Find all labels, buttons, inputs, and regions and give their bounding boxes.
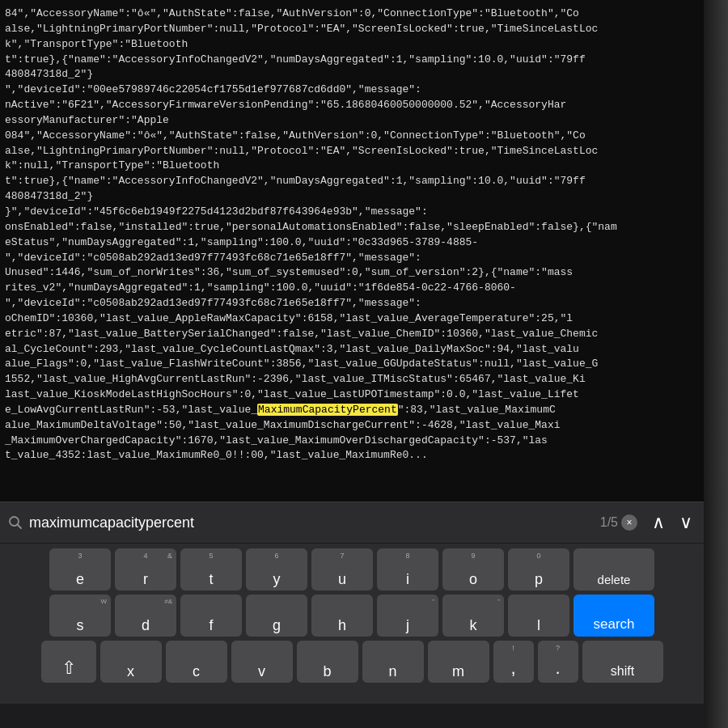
key-e[interactable]: 3 e <box>49 548 111 590</box>
log-line: t":true},{"name":"AccessoryInfoChangedV2… <box>5 53 699 68</box>
key-d[interactable]: #& d <box>115 595 176 637</box>
key-v[interactable]: v <box>231 641 293 683</box>
log-line: etric":87,"last_value_BatterySerialChang… <box>5 327 699 342</box>
log-line: }","deviceId":"45f6c6eb1949f2275d4123d2b… <box>5 205 699 220</box>
key-f[interactable]: f <box>180 595 242 637</box>
match-count: 1/5 × <box>600 514 637 531</box>
search-icon <box>8 515 23 530</box>
log-line: alse,"LightningPrimaryPortNumber":null,"… <box>5 22 699 37</box>
log-line: essoryManufacturer":"Apple <box>5 113 699 129</box>
highlighted-term: MaximumCapacityPercent <box>257 404 398 416</box>
log-line: t":true},{"name":"AccessoryInfoChangedV2… <box>5 174 699 189</box>
log-line: 480847318d_2"} <box>5 67 699 83</box>
search-next-button[interactable]: ∨ <box>676 512 696 533</box>
log-line: k":null,"TransportType":"Bluetooth <box>5 159 699 174</box>
key-b[interactable]: b <box>297 641 358 683</box>
key-g[interactable]: g <box>246 595 307 637</box>
right-edge-decoration <box>704 0 728 728</box>
key-o[interactable]: 9 o <box>442 548 504 590</box>
log-line: ","deviceId":"c0508ab292ad13ed97f77493fc… <box>5 296 699 311</box>
search-navigation: ∧ ∨ <box>649 512 696 533</box>
key-l[interactable]: l <box>508 595 569 637</box>
log-line: k","TransportType":"Bluetooth <box>5 37 699 53</box>
log-line: alue_Flags":0,"last_value_FlashWriteCoun… <box>5 357 699 372</box>
search-key[interactable]: search <box>574 595 654 637</box>
key-h[interactable]: h <box>311 595 373 637</box>
log-line: alse,"LightningPrimaryPortNumber":null,"… <box>5 144 699 159</box>
log-line: ","deviceId":"c0508ab292ad13ed97f77493fc… <box>5 251 699 266</box>
key-t[interactable]: 5 t <box>180 548 242 590</box>
log-line: eStatus","numDaysAggregated":1,"sampling… <box>5 235 699 251</box>
search-input[interactable] <box>29 514 594 531</box>
key-k[interactable]: " k <box>442 595 504 637</box>
key-y[interactable]: 6 y <box>246 548 307 590</box>
svg-line-1 <box>18 525 22 529</box>
log-line: nActive":"6F21","AccessoryFirmwareVersio… <box>5 98 699 113</box>
shift-key-right[interactable]: shift <box>582 641 663 683</box>
key-x[interactable]: x <box>100 641 162 683</box>
log-line: 84","AccessoryName":"ô«","AuthState":fal… <box>5 6 699 22</box>
log-line: al_CycleCount":293,"last_value_CycleCoun… <box>5 342 699 358</box>
log-line: t_value_4352:last_value_MaximumRe0_0!!:0… <box>5 448 699 463</box>
log-line: _MaximumOverChargedCapacity":1670,"last_… <box>5 434 699 449</box>
log-line: alue_MaximumDeltaVoltage":50,"last_value… <box>5 418 699 434</box>
key-comma[interactable]: ! , <box>493 641 534 683</box>
key-p[interactable]: 0 p <box>508 548 569 590</box>
log-line: Unused":1446,"sum_of_norWrites":36,"sum_… <box>5 265 699 281</box>
keyboard-row-4: ⇧ x c v b n m ! , ? . shift <box>3 641 700 683</box>
shift-key-left[interactable]: ⇧ <box>41 641 96 683</box>
log-line: 1552,"last_value_HighAvgCurrentLastRun":… <box>5 372 699 387</box>
key-c[interactable]: c <box>166 641 227 683</box>
log-line: last_value_KioskModeLastHighSocHours":0,… <box>5 387 699 403</box>
key-r[interactable]: 4 & r <box>115 548 176 590</box>
log-line: 084","AccessoryName":"ô«","AuthState":fa… <box>5 129 699 144</box>
log-line: onsEnabled":false,"installed":true,"pers… <box>5 220 699 235</box>
key-u[interactable]: 7 u <box>311 548 373 590</box>
key-s[interactable]: W s <box>49 595 111 637</box>
search-prev-button[interactable]: ∧ <box>649 512 668 533</box>
log-content-area: 84","AccessoryName":"ô«","AuthState":fal… <box>0 0 704 502</box>
key-i[interactable]: 8 i <box>377 548 438 590</box>
delete-key[interactable]: delete <box>574 548 654 590</box>
search-bar: 1/5 × ∧ ∨ <box>0 502 704 544</box>
keyboard: 3 e 4 & r 5 t 6 y 7 u 8 i 9 o 0 p <box>0 544 704 728</box>
key-j[interactable]: " j <box>377 595 438 637</box>
log-line: oChemID":10360,"last_value_AppleRawMaxCa… <box>5 311 699 327</box>
bottom-bar <box>0 704 704 728</box>
key-m[interactable]: m <box>428 641 489 683</box>
clear-search-button[interactable]: × <box>621 514 637 531</box>
keyboard-row-3: W s #& d f g h " j " k l search <box>3 595 700 637</box>
log-line: rites_v2","numDaysAggregated":1,"samplin… <box>5 281 699 296</box>
log-line: ","deviceId":"00ee57989746c22054cf1755d1… <box>5 83 699 98</box>
key-period[interactable]: ? . <box>538 641 578 683</box>
log-line: e_LowAvgCurrentLastRun":-53,"last_value_… <box>5 403 699 418</box>
keyboard-row-2: 3 e 4 & r 5 t 6 y 7 u 8 i 9 o 0 p <box>3 548 700 590</box>
log-line: 480847318d_2"} <box>5 189 699 205</box>
key-n[interactable]: n <box>362 641 424 683</box>
